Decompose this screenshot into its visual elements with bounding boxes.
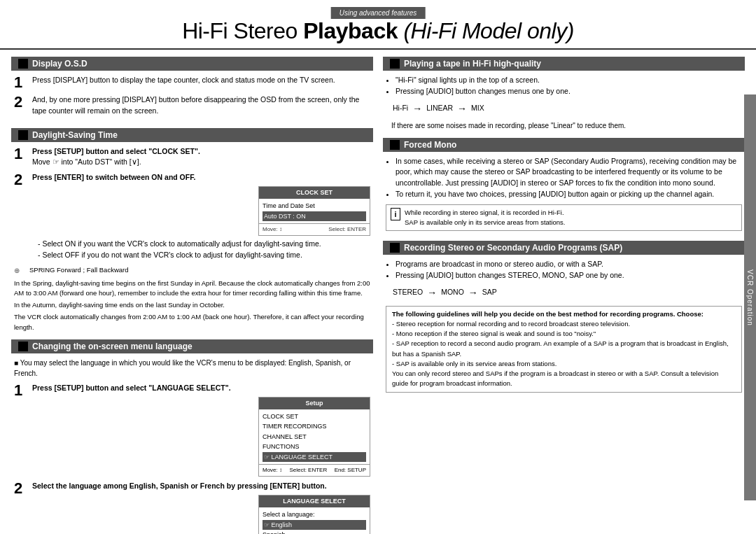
hifi-note: If there are some noises made in recordi…	[391, 120, 742, 131]
step-num-1: 1	[14, 75, 27, 90]
flow-linear: LINEAR	[426, 103, 453, 114]
section-icon-daylight	[18, 130, 28, 140]
section-daylight: Daylight-Saving Time 1 Press [SETUP] but…	[11, 128, 373, 332]
clock-box-header: CLOCK SET	[259, 187, 370, 199]
warning-item-5: You can only record stereo and SAPs if t…	[392, 369, 736, 389]
step-bold-d2: Press [ENTER] to switch between ON and O…	[32, 173, 195, 181]
mono-note-1: While recording in stereo signal, it is …	[405, 208, 566, 218]
hifi-bullets: "Hi-Fi" signal lights up in the top of a…	[396, 75, 742, 97]
setup-footer-end: End: SETUP	[335, 466, 366, 475]
title-bold: Playback	[303, 18, 398, 43]
section-sap: Recording Stereo or Secondary Audio Prog…	[383, 241, 745, 395]
setup-item-1: CLOCK SET	[262, 412, 366, 421]
step-sub-d1: Move ☞ into "Auto DST" with [∨].	[32, 157, 370, 168]
sap-arrow-1: →	[427, 286, 437, 300]
lang-item-2: Spanish	[262, 530, 366, 534]
section-icon-hifi	[390, 59, 400, 69]
daylight-para3: The VCR clock automatically changes from…	[14, 312, 370, 332]
setup-box: Setup CLOCK SET TIMER RECORDINGS CHANNEL…	[258, 397, 370, 477]
mono-note-2: SAP is available only in its service are…	[405, 218, 566, 227]
vcr-sidebar: VCR Operation	[744, 94, 756, 500]
step-num-2: 2	[14, 94, 27, 110]
section-header-hifi: Playing a tape in Hi-Fi high-quality	[383, 57, 745, 71]
mono-bullet-2: To return it, you have two choices, pres…	[396, 189, 742, 200]
warning-item-1: - Stereo reception for normal recording …	[392, 319, 736, 329]
spring-text: SPRING Forward ; Fall Backward	[29, 265, 128, 275]
section-icon-mono	[390, 140, 400, 150]
step-text-l2: Select the language among English, Spani…	[32, 481, 370, 534]
section-hifi: Playing a tape in Hi-Fi high-quality "Hi…	[383, 57, 745, 131]
section-header-sap: Recording Stereo or Secondary Audio Prog…	[383, 241, 745, 255]
title-normal: Hi-Fi Stereo	[182, 18, 303, 43]
warning-item-4: - SAP is available only in its service a…	[392, 359, 736, 369]
step-lang-2: 2 Select the language among English, Spa…	[14, 481, 370, 534]
step-display-2: 2 And, by one more pressing [DISPLAY] bu…	[14, 94, 370, 117]
sap-arrow-2: →	[468, 286, 478, 300]
arrow-1: →	[412, 101, 422, 116]
spring-note: ⊕ SPRING Forward ; Fall Backward	[14, 265, 370, 276]
section-header-daylight: Daylight-Saving Time	[11, 128, 373, 142]
step-bold-l1: Press [SETUP] button and select "LANGUAG…	[32, 384, 231, 392]
step-text-d1: Press [SETUP] button and select "CLOCK S…	[32, 146, 370, 169]
sap-bullets: Programs are broadcast in mono or stereo…	[396, 259, 742, 281]
sap-bullet-1: Programs are broadcast in mono or stereo…	[396, 259, 742, 270]
flow-mix: MIX	[471, 103, 484, 114]
hifi-bullet-2: Pressing [AUDIO] button changes menus on…	[396, 86, 742, 97]
section-title-daylight: Daylight-Saving Time	[32, 130, 118, 140]
setup-box-body: CLOCK SET TIMER RECORDINGS CHANNEL SET F…	[259, 409, 370, 464]
section-display-osd: Display O.S.D 1 Press [DISPLAY] button t…	[11, 57, 373, 121]
step-lang-1: 1 Press [SETUP] button and select "LANGU…	[14, 383, 370, 477]
mono-note-content: While recording in stereo signal, it is …	[405, 208, 566, 228]
section-title-display: Display O.S.D	[32, 59, 88, 69]
step-bold-d1: Press [SETUP] button and select "CLOCK S…	[32, 147, 200, 155]
hifi-bullet-1: "Hi-Fi" signal lights up in the top of a…	[396, 75, 742, 86]
hifi-flow: Hi-Fi → LINEAR → MIX	[393, 101, 742, 116]
clock-item-2: Auto DST : ON	[262, 211, 366, 221]
daylight-para2: In the Autumn, daylight-saving time ends…	[14, 300, 370, 310]
section-header-language: Changing the on-screen menu language	[11, 339, 373, 353]
language-intro: ■ You may select the language in which y…	[14, 358, 370, 379]
step-bold-l2: Select the language among English, Spani…	[32, 482, 327, 490]
setup-box-header: Setup	[259, 398, 370, 410]
section-language: Changing the on-screen menu language ■ Y…	[11, 339, 373, 534]
page-title: Hi-Fi Stereo Playback (Hi-Fi Model only)	[182, 18, 574, 44]
flow-stereo: STEREO	[393, 287, 423, 298]
section-icon-language	[18, 342, 28, 351]
setup-footer-move: Move: ↕	[262, 466, 282, 475]
section-title-mono: Forced Mono	[404, 140, 456, 150]
step-bullets-d2: Select ON if you want the VCR's clock to…	[32, 239, 370, 261]
sap-flow: STEREO → MONO → SAP	[393, 286, 742, 300]
section-icon-sap	[390, 243, 400, 253]
flow-mono: MONO	[441, 287, 464, 298]
warning-item-2: - Mono reception if the stereo signal is…	[392, 329, 736, 339]
step-display-1: 1 Press [DISPLAY] button to display the …	[14, 75, 370, 90]
flow-sap: SAP	[482, 287, 497, 298]
lang-box: LANGUAGE SELECT Select a language: ☞ Eng…	[258, 495, 370, 534]
clock-box-body: Time and Date Set Auto DST : ON	[259, 199, 370, 223]
warning-header: The following guidelines will help you d…	[392, 309, 736, 319]
step-num-d2: 2	[14, 172, 27, 188]
daylight-para1: In the Spring, daylight-saving time begi…	[14, 279, 370, 299]
lang-item-1: ☞ English	[262, 520, 366, 530]
section-title-language: Changing the on-screen menu language	[32, 342, 192, 351]
section-title-sap: Recording Stereo or Secondary Audio Prog…	[404, 243, 622, 253]
spring-icon: ⊕	[14, 265, 25, 276]
clock-footer-move: Move: ↕	[262, 225, 282, 234]
step-text-2: And, by one more pressing [DISPLAY] butt…	[32, 94, 370, 117]
step-text-d2: Press [ENTER] to switch between ON and O…	[32, 172, 370, 261]
sap-bullet-2: Pressing [AUDIO] button changes STEREO, …	[396, 270, 742, 281]
arrow-2: →	[457, 101, 467, 116]
section-forced-mono: Forced Mono In some cases, while receivi…	[383, 138, 745, 234]
lang-box-header: LANGUAGE SELECT	[259, 496, 370, 508]
step-text-l1: Press [SETUP] button and select "LANGUAG…	[32, 383, 370, 477]
warning-item-3: - SAP reception to record a second audio…	[392, 339, 736, 359]
mono-bullets: In some cases, while receiving a stereo …	[396, 156, 742, 200]
clock-box-footer: Move: ↕ Select: ENTER	[259, 223, 370, 235]
setup-item-4: FUNCTIONS	[262, 442, 366, 451]
note-icon: i	[391, 208, 400, 221]
mono-note-box: i While recording in stereo signal, it i…	[386, 204, 742, 232]
section-title-hifi: Playing a tape in Hi-Fi high-quality	[404, 59, 541, 69]
step-num-l2: 2	[14, 481, 27, 496]
sap-warning-box: The following guidelines will help you d…	[386, 306, 742, 393]
lang-box-body: Select a language: ☞ English Spanish Fre…	[259, 507, 370, 534]
